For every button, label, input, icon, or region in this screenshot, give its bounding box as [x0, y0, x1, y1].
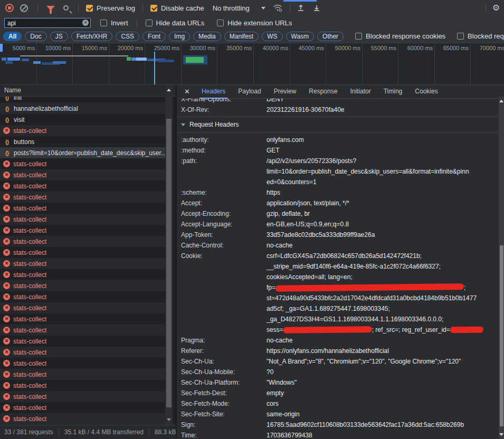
- blocked-request-icon: ✕: [3, 271, 10, 278]
- checkbox-box[interactable]: [86, 5, 93, 12]
- request-row[interactable]: ✕stats-collect: [0, 336, 165, 347]
- network-overview[interactable]: 5000 ms10000 ms15000 ms20000 ms25000 ms3…: [0, 43, 504, 85]
- checkbox-box[interactable]: [150, 5, 157, 12]
- request-row[interactable]: ✕stats-collect: [0, 347, 165, 358]
- redaction-scribble: [450, 327, 483, 333]
- request-row[interactable]: ✕stats-collect: [0, 302, 165, 313]
- scrollbar-thumb[interactable]: [166, 119, 172, 407]
- request-row[interactable]: ✕stats-collect: [0, 413, 165, 424]
- request-row[interactable]: ✕stats-collect: [0, 358, 165, 369]
- preserve-log-checkbox[interactable]: Preserve log: [86, 4, 135, 12]
- scroll-down-icon[interactable]: [167, 418, 171, 421]
- request-row[interactable]: ✕stats-collect: [0, 169, 165, 180]
- filter-pill-font[interactable]: Font: [142, 32, 166, 41]
- request-row[interactable]: ✕stats-collect: [0, 203, 165, 214]
- request-row[interactable]: ✕stats-collect: [0, 258, 165, 269]
- header-value-line: fp=;: [267, 282, 499, 293]
- request-row[interactable]: {}hannahelizabethofficial: [0, 103, 165, 114]
- waterfall-activity-bar: [53, 61, 66, 64]
- request-name: stats-collect: [13, 205, 46, 212]
- request-row[interactable]: ✕stats-collect: [0, 192, 165, 203]
- checkbox-box[interactable]: [355, 33, 362, 40]
- filter-pill-js[interactable]: JS: [50, 32, 68, 41]
- tab-initiator[interactable]: Initiator: [345, 85, 376, 99]
- clear-filter-icon[interactable]: ✕: [82, 20, 89, 26]
- filter-pill-wasm[interactable]: Wasm: [286, 32, 315, 41]
- import-har-icon[interactable]: [297, 4, 305, 12]
- request-headers-section[interactable]: Request Headers: [177, 117, 499, 132]
- request-row[interactable]: ✕stats-collect: [0, 325, 165, 336]
- tab-headers[interactable]: Headers: [196, 85, 231, 99]
- tab-timing[interactable]: Timing: [378, 85, 408, 99]
- request-row[interactable]: ✕stats-collect: [0, 125, 165, 136]
- checkbox-hide-data-urls[interactable]: Hide data URLs: [137, 19, 205, 27]
- checkbox-blocked-requests[interactable]: Blocked requests: [457, 32, 504, 40]
- export-har-icon[interactable]: [312, 4, 321, 12]
- filter-pill-img[interactable]: Img: [169, 32, 190, 41]
- checkbox-invert[interactable]: Invert: [100, 19, 128, 27]
- request-row[interactable]: ✕stats-collect: [0, 247, 165, 258]
- request-row[interactable]: ✕stats-collect: [0, 280, 165, 291]
- filter-pill-other[interactable]: Other: [317, 32, 344, 41]
- tick-label: 70000 ms: [468, 45, 504, 52]
- blocked-request-icon: ✕: [3, 349, 10, 356]
- filter-pill-ws[interactable]: WS: [262, 32, 282, 41]
- preserve-log-label: Preserve log: [97, 4, 135, 12]
- record-button[interactable]: [5, 4, 14, 12]
- checkbox-blocked-response-cookies[interactable]: Blocked response cookies: [355, 32, 445, 40]
- chevron-down-icon[interactable]: [261, 7, 265, 9]
- filter-pill-doc[interactable]: Doc: [25, 32, 46, 41]
- request-row[interactable]: ✕stats-collect: [0, 380, 165, 391]
- checkbox-box[interactable]: [100, 20, 107, 26]
- request-row[interactable]: ✕stats-collect: [0, 158, 165, 169]
- clear-icon[interactable]: [20, 4, 28, 12]
- close-icon[interactable]: ✕: [180, 88, 194, 96]
- header-key: :method:: [181, 145, 267, 156]
- checkbox-box[interactable]: [217, 20, 224, 26]
- checkbox-box[interactable]: [146, 20, 153, 26]
- request-row[interactable]: ✕stats-collect: [0, 225, 165, 236]
- network-conditions-icon[interactable]: [273, 4, 283, 12]
- scrollbar-thumb[interactable]: [500, 245, 503, 426]
- header-value: /api2/v2/users/20572336/posts?limit=10&o…: [267, 156, 499, 187]
- scroll-down-icon[interactable]: [499, 433, 503, 436]
- tab-cookies[interactable]: Cookies: [410, 85, 443, 99]
- request-row[interactable]: {}posts?limit=10&order=publish_date_desc…: [0, 147, 165, 158]
- filter-pill-fetch-xhr[interactable]: Fetch/XHR: [71, 32, 113, 41]
- scroll-up-icon[interactable]: [167, 89, 171, 91]
- request-row[interactable]: ✕stats-collect: [0, 214, 165, 225]
- gear-icon[interactable]: ⚙: [492, 4, 500, 12]
- filter-pill-all[interactable]: All: [3, 32, 22, 41]
- filter-pill-css[interactable]: CSS: [116, 32, 139, 41]
- filter-pill-media[interactable]: Media: [193, 32, 221, 41]
- search-icon[interactable]: [63, 5, 69, 11]
- waterfall-activity-bar: [127, 57, 131, 61]
- filter-pill-manifest[interactable]: Manifest: [224, 32, 259, 41]
- disable-cache-checkbox[interactable]: Disable cache: [150, 4, 204, 12]
- request-row[interactable]: ✕stats-collect: [0, 269, 165, 280]
- request-row[interactable]: {}visit: [0, 114, 165, 125]
- checkbox-box[interactable]: [457, 33, 464, 40]
- filter-icon[interactable]: [46, 6, 55, 11]
- request-row[interactable]: {}init: [0, 97, 165, 103]
- tab-preview[interactable]: Preview: [269, 85, 302, 99]
- tab-payload[interactable]: Payload: [233, 85, 266, 99]
- request-row[interactable]: ✕stats-collect: [0, 236, 165, 247]
- request-row[interactable]: ✕stats-collect: [0, 291, 165, 302]
- request-row[interactable]: ✕stats-collect: [0, 180, 165, 192]
- request-row[interactable]: {}buttons: [0, 136, 165, 147]
- request-row[interactable]: ✕stats-collect: [0, 313, 165, 325]
- throttling-select[interactable]: No throttling: [213, 4, 250, 12]
- request-row[interactable]: ✕stats-collect: [0, 369, 165, 380]
- checkbox-hide-extension-urls[interactable]: Hide extension URLs: [217, 19, 292, 27]
- tick-label: 15000 ms: [70, 45, 107, 52]
- tab-response[interactable]: Response: [303, 85, 343, 99]
- request-row[interactable]: ✕stats-collect: [0, 402, 165, 413]
- name-column-header[interactable]: Name: [0, 85, 176, 97]
- header-value: application/json, text/plain, */*: [267, 198, 499, 208]
- request-row[interactable]: ✕stats-collect: [0, 391, 165, 402]
- requests-scrollbar[interactable]: [165, 85, 173, 425]
- details-scrollbar[interactable]: [499, 97, 504, 439]
- filter-input[interactable]: [4, 18, 91, 28]
- scroll-up-icon[interactable]: [499, 100, 503, 102]
